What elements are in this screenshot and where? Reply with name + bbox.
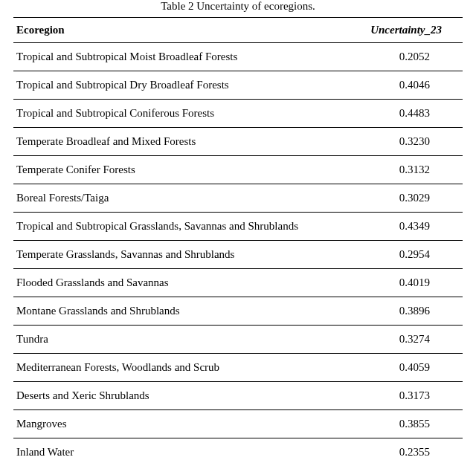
uncertainty-value: 0.3230 [352,128,463,156]
header-ecoregion: Ecoregion [13,18,352,43]
ecoregion-name: Tropical and Subtropical Coniferous Fore… [13,100,352,128]
table-row: Inland Water 0.2355 [13,438,463,464]
header-uncertainty: Uncertainty_23 [352,18,463,43]
uncertainty-value: 0.2954 [352,241,463,269]
table-row: Tropical and Subtropical Grasslands, Sav… [13,213,463,241]
uncertainty-value: 0.4046 [352,71,463,100]
table-header-row: Ecoregion Uncertainty_23 [13,18,463,43]
uncertainty-value: 0.4349 [352,213,463,241]
uncertainty-value: 0.3173 [352,382,463,410]
table-row: Tropical and Subtropical Moist Broadleaf… [13,43,463,71]
ecoregion-name: Deserts and Xeric Shrublands [13,382,352,410]
table-row: Deserts and Xeric Shrublands 0.3173 [13,382,463,410]
ecoregion-name: Inland Water [13,438,352,464]
table-row: Montane Grasslands and Shrublands 0.3896 [13,297,463,326]
table-row: Temperate Conifer Forests 0.3132 [13,156,463,184]
table-row: Tropical and Subtropical Coniferous Fore… [13,100,463,128]
ecoregion-name: Temperate Broadleaf and Mixed Forests [13,128,352,156]
uncertainty-value: 0.4019 [352,269,463,297]
table-row: Temperate Broadleaf and Mixed Forests 0.… [13,128,463,156]
uncertainty-value: 0.2052 [352,43,463,71]
ecoregion-name: Temperate Conifer Forests [13,156,352,184]
ecoregion-name: Tropical and Subtropical Moist Broadleaf… [13,43,352,71]
uncertainty-value: 0.4483 [352,100,463,128]
uncertainty-value: 0.2355 [352,438,463,464]
ecoregion-name: Tropical and Subtropical Dry Broadleaf F… [13,71,352,100]
ecoregion-name: Tundra [13,326,352,354]
uncertainty-value: 0.3896 [352,297,463,326]
ecoregion-name: Tropical and Subtropical Grasslands, Sav… [13,213,352,241]
table-caption: Table 2 Uncertainty of ecoregions. [13,0,463,17]
ecoregion-name: Mediterranean Forests, Woodlands and Scr… [13,354,352,382]
uncertainty-value: 0.3029 [352,184,463,213]
table-row: Temperate Grasslands, Savannas and Shrub… [13,241,463,269]
ecoregion-name: Boreal Forests/Taiga [13,184,352,213]
ecoregion-name: Mangroves [13,410,352,438]
uncertainty-value: 0.4059 [352,354,463,382]
table-row: Flooded Grasslands and Savannas 0.4019 [13,269,463,297]
table-row: Tropical and Subtropical Dry Broadleaf F… [13,71,463,100]
ecoregion-uncertainty-table: Ecoregion Uncertainty_23 Tropical and Su… [13,17,463,463]
uncertainty-value: 0.3132 [352,156,463,184]
ecoregion-name: Temperate Grasslands, Savannas and Shrub… [13,241,352,269]
ecoregion-name: Montane Grasslands and Shrublands [13,297,352,326]
table-body: Tropical and Subtropical Moist Broadleaf… [13,43,463,464]
ecoregion-name: Flooded Grasslands and Savannas [13,269,352,297]
uncertainty-value: 0.3855 [352,410,463,438]
table-row: Mangroves 0.3855 [13,410,463,438]
table-row: Tundra 0.3274 [13,326,463,354]
table-row: Boreal Forests/Taiga 0.3029 [13,184,463,213]
table-row: Mediterranean Forests, Woodlands and Scr… [13,354,463,382]
uncertainty-value: 0.3274 [352,326,463,354]
